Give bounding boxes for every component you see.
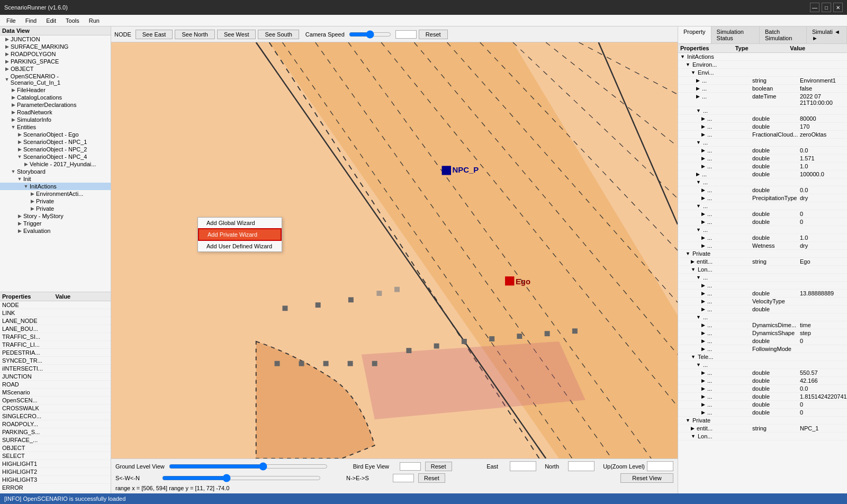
expand-icon[interactable]: ▶ bbox=[30, 206, 35, 211]
expand-icon[interactable]: ▼ bbox=[696, 362, 701, 367]
expand-icon[interactable]: ▶ bbox=[30, 191, 35, 196]
ground-level-slider[interactable] bbox=[169, 462, 328, 471]
expand-icon[interactable]: ▶ bbox=[17, 139, 22, 145]
expand-icon[interactable]: ▶ bbox=[4, 37, 10, 42]
expand-icon[interactable]: ▶ bbox=[701, 346, 705, 352]
camera-speed-input[interactable]: 0 bbox=[395, 30, 417, 39]
tab-simulati-◄-►[interactable]: Simulati ◄ ► bbox=[807, 26, 847, 43]
expand-icon[interactable]: ▼ bbox=[686, 418, 690, 423]
close-button[interactable]: ✕ bbox=[833, 3, 843, 12]
expand-icon[interactable]: ▼ bbox=[696, 203, 701, 209]
east-input[interactable]: 550 bbox=[510, 461, 536, 471]
tree-item[interactable]: ▶ScenarioObject - NPC_2 bbox=[0, 146, 111, 153]
tree-item[interactable]: ▼Entities bbox=[0, 123, 111, 131]
list-item[interactable]: ROADPOLY... bbox=[0, 420, 111, 428]
expand-icon[interactable]: ▶ bbox=[701, 219, 705, 224]
expand-icon[interactable]: ▶ bbox=[701, 299, 705, 304]
expand-icon[interactable]: ▼ bbox=[11, 169, 16, 174]
expand-icon[interactable]: ▶ bbox=[701, 124, 705, 129]
expand-icon[interactable]: ▶ bbox=[17, 132, 22, 137]
list-item[interactable]: SYNCED_TR... bbox=[0, 357, 111, 365]
expand-icon[interactable]: ▶ bbox=[701, 283, 705, 288]
expand-icon[interactable]: ▶ bbox=[701, 394, 705, 399]
see-east-button[interactable]: See East bbox=[136, 30, 173, 39]
camera-speed-slider[interactable] bbox=[349, 30, 391, 39]
expand-icon[interactable]: ▶ bbox=[691, 426, 695, 431]
expand-icon[interactable]: ▶ bbox=[696, 172, 700, 177]
expand-icon[interactable]: ▶ bbox=[701, 386, 705, 391]
tree-item[interactable]: ▶Evaluation bbox=[0, 227, 111, 235]
tree-item[interactable]: ▼Init bbox=[0, 175, 111, 183]
tree-item[interactable]: ▶EnvironmentActi... bbox=[0, 190, 111, 197]
expand-icon[interactable]: ▶ bbox=[701, 338, 705, 344]
north-input[interactable]: 42 bbox=[568, 461, 594, 471]
menu-item-edit[interactable]: Edit bbox=[42, 16, 60, 25]
tree-item[interactable]: ▶SURFACE_MARKING bbox=[0, 43, 111, 50]
expand-icon[interactable]: ▼ bbox=[17, 154, 22, 159]
expand-icon[interactable]: ▶ bbox=[30, 199, 35, 204]
expand-icon[interactable]: ▶ bbox=[23, 161, 29, 167]
tree-item[interactable]: ▶ScenarioObject - Ego bbox=[0, 131, 111, 138]
expand-icon[interactable]: ▼ bbox=[691, 354, 696, 359]
bird-eye-reset-button[interactable]: Reset bbox=[425, 462, 452, 471]
see-south-button[interactable]: See South bbox=[258, 30, 299, 39]
expand-icon[interactable]: ▶ bbox=[701, 330, 705, 336]
tab-simulation-status[interactable]: Simulation Status bbox=[711, 26, 760, 43]
expand-icon[interactable]: ▼ bbox=[691, 267, 696, 272]
expand-icon[interactable]: ▼ bbox=[17, 176, 22, 182]
list-item[interactable]: MScenario bbox=[0, 389, 111, 397]
expand-icon[interactable]: ▶ bbox=[696, 78, 700, 83]
list-item[interactable]: JUNCTION bbox=[0, 373, 111, 381]
expand-icon[interactable]: ▼ bbox=[691, 434, 696, 439]
expand-icon[interactable]: ▶ bbox=[701, 195, 705, 201]
list-item[interactable]: SELECT bbox=[0, 452, 111, 460]
list-item[interactable]: LANE_BOU... bbox=[0, 325, 111, 333]
list-item[interactable]: OBJECT bbox=[0, 444, 111, 452]
expand-icon[interactable]: ▶ bbox=[701, 211, 705, 217]
expand-icon[interactable]: ▶ bbox=[701, 402, 705, 407]
tree-item[interactable]: ▶PARKING_SPACE bbox=[0, 58, 111, 65]
list-item[interactable]: SURFACE_... bbox=[0, 436, 111, 444]
list-item[interactable]: ROAD bbox=[0, 381, 111, 389]
expand-icon[interactable]: ▶ bbox=[701, 243, 705, 248]
list-item[interactable]: NODE bbox=[0, 301, 111, 309]
expand-icon[interactable]: ▼ bbox=[680, 54, 685, 59]
expand-icon[interactable]: ▼ bbox=[696, 140, 701, 145]
expand-icon[interactable]: ▶ bbox=[696, 86, 700, 91]
expand-icon[interactable]: ▶ bbox=[11, 110, 16, 115]
list-item[interactable]: LANE_NODE bbox=[0, 317, 111, 325]
tree-item[interactable]: ▶ParameterDeclarations bbox=[0, 101, 111, 109]
menu-item-find[interactable]: Find bbox=[21, 16, 41, 25]
camera-reset-button[interactable]: Reset bbox=[419, 30, 448, 39]
tree-item[interactable]: ▼InitActions bbox=[0, 183, 111, 190]
list-item[interactable]: LINK bbox=[0, 309, 111, 317]
expand-icon[interactable]: ▶ bbox=[17, 147, 22, 152]
swn-slider[interactable] bbox=[162, 474, 321, 482]
up-zoom-input[interactable]: -74 bbox=[647, 461, 673, 471]
tree-item[interactable]: ▶CatalogLocations bbox=[0, 94, 111, 101]
expand-icon[interactable]: ▼ bbox=[696, 275, 701, 280]
expand-icon[interactable]: ▶ bbox=[696, 94, 700, 99]
expand-icon[interactable]: ▼ bbox=[691, 70, 696, 75]
tree-item[interactable]: ▶Vehicle - 2017_Hyundai... bbox=[0, 160, 111, 168]
expand-icon[interactable]: ▶ bbox=[4, 44, 10, 49]
expand-icon[interactable]: ▶ bbox=[17, 228, 22, 233]
list-item[interactable]: iINTERSECTI... bbox=[0, 365, 111, 373]
expand-icon[interactable]: ▼ bbox=[696, 108, 701, 113]
expand-icon[interactable]: ▶ bbox=[701, 148, 705, 153]
expand-icon[interactable]: ▼ bbox=[696, 179, 701, 185]
expand-icon[interactable]: ▶ bbox=[701, 291, 705, 296]
tree-item[interactable]: ▶Private bbox=[0, 205, 111, 212]
expand-icon[interactable]: ▼ bbox=[686, 251, 690, 256]
nes-input[interactable]: 0 bbox=[393, 474, 414, 482]
menu-item-tools[interactable]: Tools bbox=[61, 16, 84, 25]
bird-eye-input[interactable]: 0 bbox=[400, 462, 421, 471]
expand-icon[interactable]: ▶ bbox=[701, 235, 705, 240]
menu-item-file[interactable]: File bbox=[2, 16, 20, 25]
tree-item[interactable]: ▶Private bbox=[0, 197, 111, 205]
tab-property[interactable]: Property bbox=[678, 26, 711, 43]
expand-icon[interactable]: ▶ bbox=[11, 87, 16, 93]
tree-item[interactable]: ▼ScenarioObject - NPC_4 bbox=[0, 153, 111, 160]
expand-icon[interactable]: ▶ bbox=[4, 59, 10, 64]
list-item[interactable]: TRAFFIC_SI... bbox=[0, 333, 111, 341]
